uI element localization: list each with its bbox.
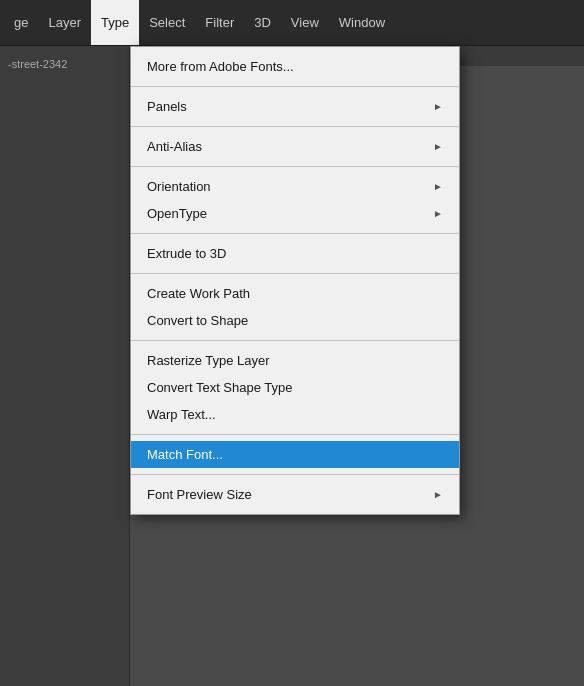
dropdown-item-more-fonts[interactable]: More from Adobe Fonts... bbox=[131, 53, 459, 80]
dropdown-section-3: Anti-Alias ► bbox=[131, 131, 459, 162]
panels-arrow-icon: ► bbox=[433, 101, 443, 112]
dropdown-section-4: Orientation ► OpenType ► bbox=[131, 171, 459, 229]
divider-6 bbox=[131, 340, 459, 341]
dropdown-item-convert-to-shape[interactable]: Convert to Shape bbox=[131, 307, 459, 334]
sidebar-strip: -street-2342 bbox=[0, 46, 130, 686]
menu-item-type[interactable]: Type bbox=[91, 0, 139, 45]
sidebar-label: -street-2342 bbox=[8, 58, 67, 70]
menu-item-image[interactable]: ge bbox=[4, 0, 38, 45]
dropdown-item-font-preview-size[interactable]: Font Preview Size ► bbox=[131, 481, 459, 508]
menu-item-window[interactable]: Window bbox=[329, 0, 395, 45]
menu-item-view[interactable]: View bbox=[281, 0, 329, 45]
dropdown-item-extrude-3d[interactable]: Extrude to 3D bbox=[131, 240, 459, 267]
dropdown-item-panels[interactable]: Panels ► bbox=[131, 93, 459, 120]
menu-item-select[interactable]: Select bbox=[139, 0, 195, 45]
divider-8 bbox=[131, 474, 459, 475]
dropdown-item-match-font[interactable]: Match Font... bbox=[131, 441, 459, 468]
dropdown-item-anti-alias[interactable]: Anti-Alias ► bbox=[131, 133, 459, 160]
divider-1 bbox=[131, 86, 459, 87]
dropdown-item-create-work-path[interactable]: Create Work Path bbox=[131, 280, 459, 307]
divider-2 bbox=[131, 126, 459, 127]
font-preview-arrow-icon: ► bbox=[433, 489, 443, 500]
dropdown-item-orientation[interactable]: Orientation ► bbox=[131, 173, 459, 200]
divider-4 bbox=[131, 233, 459, 234]
dropdown-section-5: Extrude to 3D bbox=[131, 238, 459, 269]
dropdown-section-7: Rasterize Type Layer Convert Text Shape … bbox=[131, 345, 459, 430]
dropdown-item-convert-text-shape[interactable]: Convert Text Shape Type bbox=[131, 374, 459, 401]
orientation-arrow-icon: ► bbox=[433, 181, 443, 192]
dropdown-section-1: More from Adobe Fonts... bbox=[131, 51, 459, 82]
menu-item-filter[interactable]: Filter bbox=[195, 0, 244, 45]
menu-item-3d[interactable]: 3D bbox=[244, 0, 281, 45]
divider-7 bbox=[131, 434, 459, 435]
dropdown-section-6: Create Work Path Convert to Shape bbox=[131, 278, 459, 336]
dropdown-section-2: Panels ► bbox=[131, 91, 459, 122]
dropdown-section-9: Font Preview Size ► bbox=[131, 479, 459, 510]
dropdown-item-opentype[interactable]: OpenType ► bbox=[131, 200, 459, 227]
menu-bar: ge Layer Type Select Filter 3D View Wind… bbox=[0, 0, 584, 46]
dropdown-section-8: Match Font... bbox=[131, 439, 459, 470]
dropdown-item-warp-text[interactable]: Warp Text... bbox=[131, 401, 459, 428]
type-dropdown-menu: More from Adobe Fonts... Panels ► Anti-A… bbox=[130, 46, 460, 515]
divider-5 bbox=[131, 273, 459, 274]
menu-item-layer[interactable]: Layer bbox=[38, 0, 91, 45]
divider-3 bbox=[131, 166, 459, 167]
anti-alias-arrow-icon: ► bbox=[433, 141, 443, 152]
dropdown-item-rasterize[interactable]: Rasterize Type Layer bbox=[131, 347, 459, 374]
opentype-arrow-icon: ► bbox=[433, 208, 443, 219]
